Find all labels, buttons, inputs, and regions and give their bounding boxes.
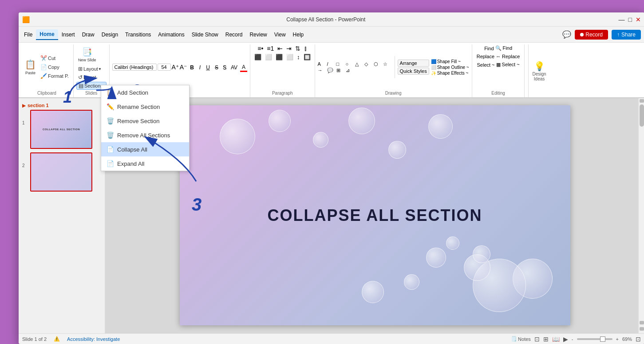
shape-triangle-icon[interactable]: △: [355, 61, 364, 67]
slide-2-thumbnail[interactable]: [30, 152, 92, 192]
find-button[interactable]: Find🔍 Find: [482, 44, 514, 52]
slide-sorter-icon[interactable]: ⊞: [543, 336, 549, 343]
font-family-input[interactable]: Calibri (Headings): [112, 64, 157, 71]
fit-slide-icon[interactable]: ⊡: [636, 336, 641, 343]
line-spacing-button[interactable]: ↕: [296, 53, 301, 61]
new-slide-button[interactable]: 📑 New Slide: [76, 44, 98, 65]
align-center-button[interactable]: ⬜: [264, 53, 273, 61]
arrange-button[interactable]: Arrange: [398, 60, 429, 67]
menu-home[interactable]: Home: [36, 29, 58, 40]
shape-effects-button[interactable]: ✨Shape Effects ~: [431, 71, 469, 76]
underline-button[interactable]: U: [204, 64, 212, 72]
notes-button[interactable]: 🗒️ Notes: [511, 336, 531, 342]
minimize-btn[interactable]: —: [619, 16, 625, 23]
bullets-button[interactable]: ≡•: [256, 44, 265, 52]
chat-icon: 💬: [562, 30, 571, 39]
numbered-list-button[interactable]: ≡1: [265, 44, 275, 52]
shape-rect-icon[interactable]: □: [336, 61, 345, 67]
record-button[interactable]: Record: [575, 30, 608, 40]
dropdown-menu: 📋 Add Section ✏️ Rename Section 🗑️ Remov…: [101, 98, 190, 171]
zoom-out-icon[interactable]: -: [572, 336, 573, 342]
format-painter-button[interactable]: 🖌️Format P.: [39, 72, 71, 80]
decrease-indent-button[interactable]: ⇤: [276, 44, 284, 52]
accessibility-status[interactable]: Accessibility: Investigate: [67, 336, 120, 342]
copy-button[interactable]: 📄Copy: [39, 63, 71, 71]
slide-2-wrapper[interactable]: 2: [20, 152, 103, 192]
accessibility-icon: ⚠️: [54, 336, 60, 342]
char-spacing-button[interactable]: AV: [229, 64, 239, 71]
shape-text-icon[interactable]: A: [318, 61, 327, 67]
strikethrough-button[interactable]: S: [213, 64, 220, 71]
status-bar: Slide 1 of 2 ⚠️ Accessibility: Investiga…: [19, 333, 644, 344]
design-ideas-button[interactable]: 💡 Design Ideas: [528, 44, 549, 97]
shape-ellipse-icon[interactable]: ○: [346, 61, 355, 67]
shape-line-icon[interactable]: /: [327, 61, 336, 67]
expand-all-item[interactable]: 📄 Expand All: [101, 156, 189, 171]
zoom-slider[interactable]: [577, 338, 612, 340]
menu-file[interactable]: File: [20, 30, 36, 40]
rename-section-icon: ✏️: [107, 103, 114, 110]
paragraph-label: Paragraph: [253, 90, 312, 96]
zoom-in-icon[interactable]: +: [616, 336, 619, 342]
align-right-button[interactable]: ⬛: [274, 53, 284, 61]
close-btn[interactable]: ✕: [636, 16, 641, 23]
menu-animations[interactable]: Animations: [154, 30, 188, 40]
align-left-button[interactable]: ⬛: [253, 53, 263, 61]
columns-button[interactable]: ⫿: [303, 44, 308, 52]
menu-record[interactable]: Record: [222, 30, 246, 40]
select-button[interactable]: Select ~▦ Select ~: [475, 61, 521, 68]
italic-button[interactable]: I: [197, 64, 203, 72]
bold-button[interactable]: B: [188, 64, 196, 72]
menu-review[interactable]: Review: [246, 30, 270, 40]
font-size-input[interactable]: 54: [158, 64, 171, 71]
menu-slideshow[interactable]: Slide Show: [188, 30, 222, 40]
replace-button[interactable]: Replace↔ Replace: [475, 53, 522, 60]
menu-insert[interactable]: Insert: [58, 30, 79, 40]
menu-draw[interactable]: Draw: [79, 30, 98, 40]
smart-art-button[interactable]: 🔲: [302, 53, 312, 61]
shape-more2-icon[interactable]: ⬡: [374, 61, 383, 67]
shape-more4-icon[interactable]: ⊞: [336, 68, 345, 73]
collapse-all-item[interactable]: 📄 Collapse All: [101, 142, 189, 156]
justify-button[interactable]: ⬜: [285, 53, 295, 61]
shape-more3-icon[interactable]: ☆: [383, 61, 392, 67]
slide-panel: ▶ section 1 1 COLLAPSE ALL SECTION 2: [19, 98, 105, 333]
new-slide-icon: 📑: [82, 47, 92, 57]
slide-2-number: 2: [22, 152, 28, 168]
section-header[interactable]: ▶ section 1: [20, 102, 103, 109]
text-direction-button[interactable]: ⇅: [294, 44, 302, 52]
shape-more1-icon[interactable]: ◇: [364, 61, 373, 67]
slide-1-wrapper[interactable]: 1 COLLAPSE ALL SECTION: [20, 109, 103, 150]
zoom-level[interactable]: 69%: [622, 336, 632, 342]
slideshow-icon[interactable]: ▶: [563, 336, 568, 343]
menu-design[interactable]: Design: [98, 30, 122, 40]
shape-arrow-icon[interactable]: →: [318, 68, 327, 73]
rename-section-item[interactable]: ✏️ Rename Section: [101, 100, 189, 114]
shape-callout-icon[interactable]: 💬: [327, 68, 336, 73]
reset-button[interactable]: ↺ Reset: [76, 73, 107, 81]
shape-outline-button[interactable]: ⬜Shape Outline ~: [431, 65, 469, 70]
menu-help[interactable]: Help: [289, 30, 308, 40]
cut-button[interactable]: ✂️Cut: [39, 54, 71, 62]
menu-transitions[interactable]: Transitions: [122, 30, 154, 40]
font-size-increase[interactable]: A⁺: [172, 64, 179, 71]
shape-fill-button[interactable]: 🟦Shape Fill ~: [431, 59, 469, 64]
remove-all-sections-item[interactable]: 🗑️ Remove All Sections: [101, 128, 189, 142]
share-button[interactable]: ↑ Share: [612, 30, 641, 40]
slide-1-thumbnail[interactable]: COLLAPSE ALL SECTION: [30, 110, 92, 149]
text-shadow-button[interactable]: S: [221, 64, 228, 71]
normal-view-icon[interactable]: ⊡: [534, 336, 540, 343]
font-size-decrease[interactable]: A⁻: [180, 64, 187, 71]
app-window: 🟧 Collapse All Section - PowerPoint — □ …: [19, 12, 644, 344]
layout-button[interactable]: ⊞ Layout ▼: [76, 65, 107, 73]
shape-more5-icon[interactable]: ⊿: [346, 68, 355, 73]
increase-indent-button[interactable]: ⇥: [285, 44, 293, 52]
remove-section-item[interactable]: 🗑️ Remove Section: [101, 114, 189, 128]
menu-view[interactable]: View: [271, 30, 289, 40]
paste-button[interactable]: 📋 Paste: [23, 55, 38, 80]
reading-view-icon[interactable]: 📖: [552, 336, 560, 343]
font-color-button[interactable]: A: [240, 64, 247, 72]
maximize-btn[interactable]: □: [628, 16, 632, 23]
section-icon: ▤: [79, 83, 83, 89]
quick-styles-button[interactable]: Quick Styles: [398, 68, 429, 75]
